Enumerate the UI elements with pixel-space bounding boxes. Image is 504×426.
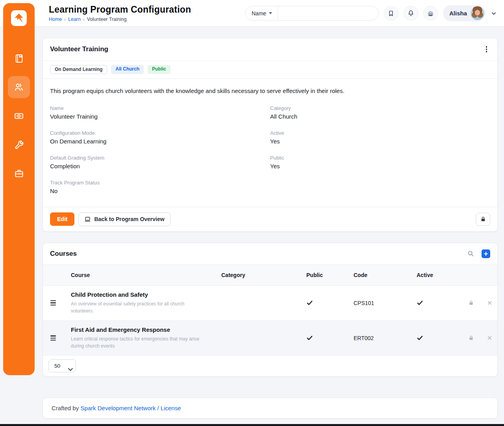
sidebar-item-finance[interactable]	[8, 105, 30, 127]
search-filter-dropdown[interactable]: Name	[245, 6, 278, 20]
active-check-icon	[417, 300, 461, 306]
people-icon	[13, 82, 24, 93]
courses-panel: Courses + Course Category Public Code Ac…	[43, 243, 498, 377]
theme-toggle-button[interactable]	[423, 6, 438, 20]
field-default-grading-system: Default Grading System Completion	[50, 155, 270, 169]
sidebar-item-people[interactable]	[8, 76, 30, 98]
search-icon[interactable]	[467, 250, 474, 257]
avatar	[471, 6, 484, 20]
column-category: Category	[221, 272, 306, 278]
security-button[interactable]	[476, 213, 490, 226]
row-delete-icon[interactable]: ✕	[481, 300, 498, 307]
license-link[interactable]: License	[161, 405, 181, 411]
table-row[interactable]: Child Protection and Safety An overview …	[43, 286, 497, 321]
drag-handle-icon[interactable]	[48, 333, 58, 343]
chevron-down-icon[interactable]	[491, 10, 497, 17]
bookmark-icon	[387, 10, 395, 17]
page-size-select[interactable]: 50	[48, 359, 76, 372]
breadcrumb-separator: ›	[64, 17, 66, 22]
wrench-icon	[14, 140, 24, 150]
spark-development-network-link[interactable]: Spark Development Network	[80, 405, 156, 411]
field-public: Public Yes	[270, 155, 490, 169]
add-course-button[interactable]: +	[482, 249, 490, 258]
topbar-actions: Name	[245, 5, 497, 21]
field-active: Active Yes	[270, 130, 490, 145]
program-panel-header: Volunteer Training	[43, 38, 497, 61]
page-size-select-wrap: 50	[48, 362, 76, 369]
program-description: This program equips church volunteers wi…	[50, 87, 490, 94]
back-to-program-overview-button[interactable]: Back to Program Overview	[78, 212, 170, 226]
grid-pagination: 50	[43, 355, 497, 376]
program-title: Volunteer Training	[50, 45, 108, 53]
breadcrumb: Home › Learn › Volunteer Training	[49, 17, 191, 22]
active-check-icon	[417, 335, 461, 341]
lock-icon	[480, 216, 486, 222]
course-cell: First Aid and Emergency Response Learn c…	[63, 321, 221, 355]
course-summary: An overview of essential safety practice…	[71, 300, 205, 315]
rock-logo-icon	[13, 13, 24, 24]
column-public: Public	[306, 272, 354, 278]
breadcrumb-separator: ›	[83, 17, 85, 22]
badge-configuration-mode: On Demand Learning	[50, 65, 107, 74]
plus-icon: +	[484, 250, 488, 257]
program-actions: Edit Back to Program Overview	[43, 207, 497, 231]
cash-icon	[13, 110, 24, 121]
breadcrumb-home-link[interactable]: Home	[49, 17, 62, 22]
row-security-lock-icon[interactable]	[461, 335, 481, 341]
row-delete-icon[interactable]: ✕	[481, 335, 498, 342]
footer-card: Crafted by Spark Development Network / L…	[43, 398, 498, 419]
course-cell: Child Protection and Safety An overview …	[63, 286, 221, 320]
course-name: First Aid and Emergency Response	[71, 326, 170, 333]
notifications-button[interactable]	[404, 6, 418, 20]
course-summary: Learn critical response tactics for emer…	[71, 335, 205, 350]
program-panel: Volunteer Training On Demand Learning Al…	[43, 38, 498, 232]
field-track-program-status: Track Program Status No	[50, 180, 270, 194]
code-cell: CPS101	[354, 300, 417, 306]
sidebar-item-work[interactable]	[8, 162, 30, 184]
briefcase-icon	[14, 168, 24, 179]
courses-table-header: Course Category Public Code Active	[43, 264, 497, 286]
table-row[interactable]: First Aid and Emergency Response Learn c…	[43, 321, 497, 355]
sidebar	[3, 3, 35, 375]
course-name: Child Protection and Safety	[71, 291, 148, 298]
smart-search: Name	[245, 6, 379, 20]
field-name: Name Volunteer Training	[50, 105, 270, 120]
code-cell: ERT002	[354, 335, 417, 341]
badge-row: On Demand Learning All Church Public	[43, 61, 497, 79]
caret-down-icon	[269, 12, 272, 14]
sidebar-item-learning[interactable]	[8, 47, 30, 69]
column-code: Code	[354, 272, 417, 278]
bookmarks-button[interactable]	[384, 6, 398, 20]
rock-logo[interactable]	[11, 10, 27, 26]
search-input[interactable]	[278, 6, 378, 20]
top-bar: Learning Program Configuration Home › Le…	[0, 0, 504, 27]
title-block: Learning Program Configuration Home › Le…	[49, 4, 191, 22]
book-icon	[14, 53, 24, 64]
footer-text: Crafted by Spark Development Network / L…	[52, 405, 489, 411]
page-title: Learning Program Configuration	[49, 4, 191, 15]
courses-header-actions: +	[467, 249, 490, 258]
laptop-icon	[84, 216, 91, 223]
program-panel-body: This program equips church volunteers wi…	[43, 79, 497, 207]
badge-public: Public	[148, 65, 170, 74]
column-course: Course	[63, 272, 221, 278]
user-name: Alisha	[449, 10, 467, 17]
column-active: Active	[417, 272, 461, 278]
badge-category: All Church	[111, 65, 144, 74]
row-security-lock-icon[interactable]	[461, 300, 481, 306]
public-check-icon	[306, 335, 354, 341]
sidebar-item-tools[interactable]	[8, 134, 30, 156]
drag-handle-icon[interactable]	[48, 298, 58, 308]
field-category: Category All Church	[270, 105, 490, 120]
sidebar-nav	[8, 47, 30, 184]
kebab-menu-icon[interactable]	[483, 45, 491, 54]
breadcrumb-learn-link[interactable]: Learn	[68, 17, 81, 22]
crafted-by-label: Crafted by	[52, 405, 79, 411]
field-grid: Name Volunteer Training Category All Chu…	[50, 105, 490, 205]
field-configuration-mode: Configuration Mode On Demand Learning	[50, 130, 270, 145]
user-menu[interactable]: Alisha	[443, 5, 485, 21]
edit-button[interactable]: Edit	[50, 212, 74, 226]
courses-title: Courses	[50, 250, 77, 258]
public-check-icon	[306, 300, 354, 306]
courses-panel-header: Courses +	[43, 243, 497, 264]
